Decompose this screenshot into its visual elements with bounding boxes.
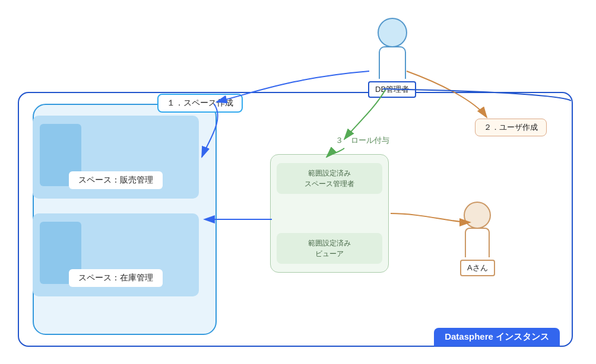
diagram-container: Datasphere インスタンス スペース：販売管理 スペース：在庫管理 DB… bbox=[0, 0, 596, 364]
actor-db-head bbox=[378, 18, 407, 47]
space-card-sales: スペース：販売管理 bbox=[33, 116, 199, 199]
actor-a-body bbox=[465, 228, 490, 257]
actor-a-head bbox=[464, 202, 491, 229]
space-card-sales-label: スペース：販売管理 bbox=[69, 171, 163, 189]
datasphere-label: Datasphere インスタンス bbox=[434, 328, 560, 346]
space-card-inventory-label: スペース：在庫管理 bbox=[69, 269, 163, 287]
actor-a-san: Aさん bbox=[460, 202, 495, 276]
space-card-inventory: スペース：在庫管理 bbox=[33, 213, 199, 296]
actor-a-label: Aさん bbox=[460, 260, 495, 276]
step-2-label: ２．ユーザ作成 bbox=[475, 119, 547, 136]
actor-db-admin: DB管理者 bbox=[368, 18, 416, 98]
actor-db-body bbox=[379, 46, 406, 79]
role-box-viewer: 範囲設定済み ビューア bbox=[277, 233, 382, 264]
step-3-label: ３ ロール付与 bbox=[335, 135, 389, 146]
actor-db-label: DB管理者 bbox=[368, 81, 416, 98]
step-1-label: １．スペース作成 bbox=[157, 94, 243, 113]
role-box: 範囲設定済み スペース管理者 範囲設定済み ビューア bbox=[270, 154, 389, 273]
role-box-space-admin: 範囲設定済み スペース管理者 bbox=[277, 163, 382, 194]
